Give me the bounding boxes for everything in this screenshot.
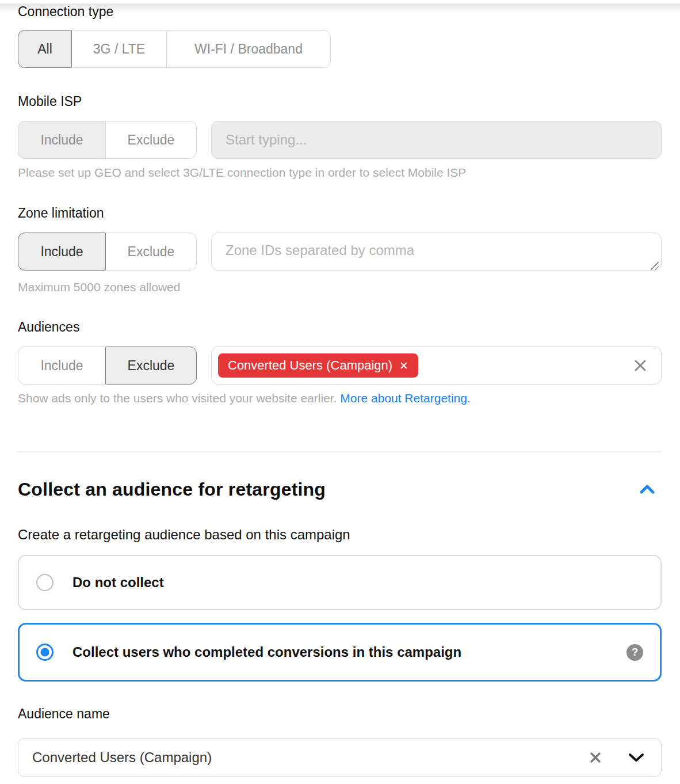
help-question-icon[interactable]: ? [626,644,643,661]
zone-limitation-helper-text: Maximum 5000 zones allowed [18,280,662,294]
audiences-helper-text: Show ads only to the users who visited y… [18,391,662,405]
audience-chip-label: Converted Users (Campaign) [228,358,392,373]
chip-remove-icon[interactable]: ✕ [399,360,408,371]
zone-limitation-exclude-button[interactable]: Exclude [105,233,197,271]
option-label: Do not collect [72,574,164,591]
zone-limitation-include-button[interactable]: Include [18,233,106,271]
mobile-isp-exclude-button[interactable]: Exclude [105,121,197,159]
audience-name-clear-icon[interactable] [587,749,603,766]
option-collect-converted-users[interactable]: Collect users who completed conversions … [18,623,662,682]
audiences-include-exclude-toggle: Include Exclude [18,347,197,385]
audiences-helper-static: Show ads only to the users who visited y… [18,391,337,405]
audience-name-label: Audience name [18,706,662,722]
radio-unchecked-icon[interactable] [36,574,54,591]
mobile-isp-include-button[interactable]: Include [18,121,106,159]
retargeting-section-title: Collect an audience for retargeting [18,477,326,502]
radio-checked-icon[interactable] [36,644,54,661]
zone-ids-textarea[interactable] [211,233,662,271]
mobile-isp-include-exclude-toggle: Include Exclude [18,121,197,159]
mobile-isp-label: Mobile ISP [18,93,662,109]
resize-grip-icon[interactable] [651,262,659,270]
audience-chip: Converted Users (Campaign) ✕ [218,353,418,378]
connection-type-label: Connection type [18,3,662,20]
connection-type-option-3g-lte[interactable]: 3G / LTE [71,30,167,68]
audiences-include-button[interactable]: Include [18,347,106,385]
collapse-section-button[interactable] [639,481,656,498]
option-label: Collect users who completed conversions … [72,644,461,660]
audiences-tag-input[interactable]: Converted Users (Campaign) ✕ [211,347,662,385]
connection-type-option-wifi-broadband[interactable]: WI-FI / Broadband [166,30,331,68]
audiences-exclude-button[interactable]: Exclude [105,347,197,385]
chevron-up-icon [639,484,655,494]
mobile-isp-helper-text: Please set up GEO and select 3G/LTE conn… [18,166,662,180]
audience-name-select[interactable]: Converted Users (Campaign) [18,738,662,777]
targeting-settings-panel: Connection type All 3G / LTE WI-FI / Bro… [0,3,680,784]
section-divider [18,451,662,452]
audiences-label: Audiences [18,319,662,335]
chevron-down-icon[interactable] [628,752,645,763]
connection-type-segmented-control: All 3G / LTE WI-FI / Broadband [18,30,662,68]
audiences-clear-icon[interactable] [632,357,648,374]
mobile-isp-input[interactable] [211,121,662,159]
zone-limitation-include-exclude-toggle: Include Exclude [18,233,197,271]
connection-type-option-all[interactable]: All [18,30,72,68]
retargeting-subtitle: Create a retargeting audience based on t… [18,526,662,543]
retargeting-help-link[interactable]: More about Retargeting. [340,391,470,405]
zone-limitation-label: Zone limitation [18,205,662,221]
option-do-not-collect[interactable]: Do not collect [18,555,662,610]
audience-name-value: Converted Users (Campaign) [32,749,212,766]
